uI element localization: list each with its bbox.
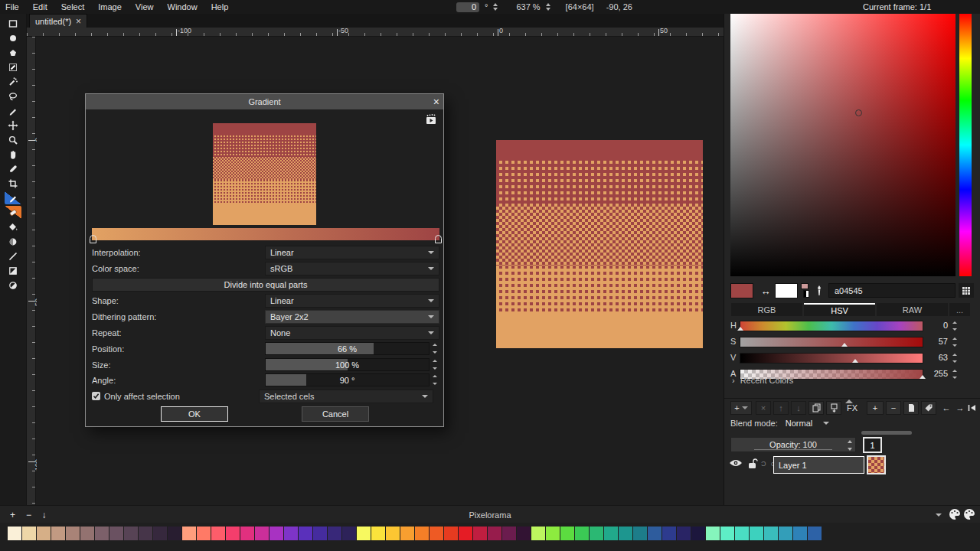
palette-swatch[interactable] (619, 527, 632, 540)
palette-swatch[interactable] (168, 527, 181, 540)
default-colors-widget[interactable] (801, 283, 810, 298)
saturation-value[interactable]: 57 (922, 337, 948, 346)
gradient-stop-right[interactable] (435, 235, 442, 243)
canvas[interactable] (496, 140, 703, 348)
tab-close-icon[interactable]: × (76, 17, 81, 26)
palette-swatch[interactable] (502, 527, 516, 540)
polygon-select-tool[interactable] (5, 46, 21, 59)
palette-swatch[interactable] (80, 527, 94, 540)
palette-swatch[interactable] (240, 527, 254, 540)
gradient-stop-left[interactable] (90, 235, 96, 243)
palette-swatch[interactable] (299, 527, 312, 540)
line-tool[interactable] (5, 249, 21, 262)
opacity-spinner[interactable] (848, 440, 852, 451)
palette-swatch[interactable] (444, 527, 458, 540)
crop-tool[interactable] (5, 177, 21, 190)
saturation-value-picker[interactable] (730, 14, 956, 276)
palette-swatch[interactable] (182, 527, 196, 540)
palette-swatch[interactable] (677, 527, 691, 540)
menu-select[interactable]: Select (54, 2, 92, 11)
palette-swatch[interactable] (808, 527, 822, 540)
palette-swatch[interactable] (415, 527, 429, 540)
delete-layer-button[interactable]: × (756, 401, 771, 415)
remove-frame-button[interactable]: − (886, 401, 901, 415)
palette-swatch[interactable] (328, 527, 341, 540)
palette-swatch[interactable] (66, 527, 80, 540)
pencil-tool[interactable] (5, 191, 21, 204)
rectangle-tool[interactable] (5, 264, 21, 277)
gradient-edit-bar[interactable] (92, 228, 439, 240)
angle-slider[interactable]: 90 ° (265, 373, 430, 386)
menu-file[interactable]: File (0, 2, 26, 11)
move-frame-left-button[interactable]: ← (939, 401, 954, 415)
menu-help[interactable]: Help (204, 2, 236, 11)
palette-swatch[interactable] (357, 527, 371, 540)
position-slider[interactable]: 66 % (265, 342, 430, 355)
secondary-color-swatch[interactable] (775, 283, 798, 298)
rotation-field[interactable]: 0 (456, 2, 479, 12)
dithering-dropdown[interactable]: Bayer 2x2 (265, 310, 439, 324)
palette-swatch[interactable] (560, 527, 574, 540)
frame-tag-button[interactable] (921, 401, 936, 415)
palette-swatch[interactable] (430, 527, 443, 540)
palette-swatch[interactable] (8, 527, 21, 540)
layer-name-field[interactable]: Layer 1 (773, 456, 864, 474)
add-layer-button[interactable]: + (730, 401, 752, 415)
menu-image[interactable]: Image (91, 2, 129, 11)
merge-layer-button[interactable] (826, 401, 841, 415)
cels-dropdown[interactable]: Selected cels (259, 390, 433, 403)
add-frame-button[interactable]: + (867, 401, 884, 415)
swap-colors-icon[interactable]: ↔ (758, 283, 773, 298)
palette-swatch[interactable] (270, 527, 283, 540)
palette-swatch[interactable] (590, 527, 603, 540)
position-spinner[interactable] (433, 342, 437, 355)
divide-equal-parts-button[interactable]: Divide into equal parts (92, 278, 439, 292)
eraser-tool[interactable] (5, 206, 21, 219)
move-layer-up-button[interactable]: ↑ (773, 401, 789, 415)
rotation-spinner[interactable] (493, 3, 498, 11)
saturation-slider[interactable] (740, 337, 923, 347)
dialog-titlebar[interactable]: Gradient × (86, 94, 443, 109)
angle-spinner[interactable] (433, 373, 437, 386)
menu-edit[interactable]: Edit (26, 2, 54, 11)
palette-swatch[interactable] (735, 527, 749, 540)
palette-swatch[interactable] (313, 527, 327, 540)
alpha-value[interactable]: 255 (922, 369, 948, 378)
palette-swatch[interactable] (750, 527, 763, 540)
move-tool[interactable] (5, 119, 21, 132)
fx-button[interactable]: FX (844, 401, 861, 415)
value-slider[interactable] (740, 353, 923, 364)
palette-swatch[interactable] (488, 527, 501, 540)
palette-swatch[interactable] (662, 527, 676, 540)
frame-column-header[interactable]: 1 (863, 437, 882, 453)
palette-swatch[interactable] (226, 527, 240, 540)
palette-select-chevron-icon[interactable] (936, 514, 942, 517)
color-space-dropdown[interactable]: sRGB (265, 262, 439, 276)
palette-swatch[interactable] (386, 527, 400, 540)
palette-swatch[interactable] (342, 527, 356, 540)
go-to-first-frame-button[interactable] (964, 401, 979, 415)
palette-swatch[interactable] (546, 527, 560, 540)
palette-swatch[interactable] (691, 527, 705, 540)
palette-swatch[interactable] (633, 527, 647, 540)
tab-raw[interactable]: RAW (877, 303, 948, 316)
palette-swatch[interactable] (575, 527, 589, 540)
palette-swatch[interactable] (255, 527, 269, 540)
ellipse-select-tool[interactable] (5, 31, 21, 44)
palette-swatch[interactable] (197, 527, 211, 540)
new-palette-icon[interactable] (963, 508, 975, 522)
primary-color-swatch[interactable] (730, 283, 753, 298)
hue-slider[interactable] (740, 321, 923, 331)
dialog-close-icon[interactable]: × (433, 94, 439, 109)
palette-swatch[interactable] (22, 527, 36, 540)
palette-swatch[interactable] (51, 527, 65, 540)
animated-preview-icon[interactable] (425, 114, 437, 126)
color-select-tool[interactable] (5, 60, 21, 73)
shading-tool[interactable] (5, 235, 21, 248)
zoom-tool[interactable] (5, 133, 21, 146)
palette-swatch[interactable] (764, 527, 778, 540)
edit-palette-icon[interactable] (949, 508, 961, 522)
color-grid-icon[interactable] (959, 283, 974, 298)
add-palette-button[interactable]: + (6, 508, 19, 521)
shape-dropdown[interactable]: Linear (265, 294, 439, 308)
